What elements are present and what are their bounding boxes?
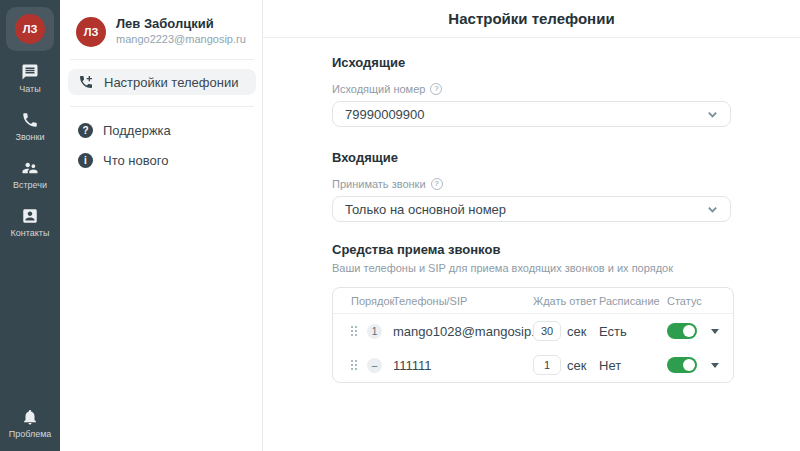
rail-nav: Чаты Звонки Встречи Контакты — [2, 61, 58, 240]
user-name: Лев Заболцкий — [116, 16, 246, 32]
rail-item-label: Встречи — [13, 180, 47, 190]
outgoing-number-select[interactable]: 79990009900 — [332, 101, 731, 127]
table-header-row: Порядок Телефоны/SIP Ждать ответ Расписа… — [333, 288, 733, 314]
contacts-icon — [21, 207, 39, 225]
seconds-unit-label: сек — [567, 324, 599, 339]
user-profile: ЛЗ Лев Заболцкий mango2223@mangosip.ru — [68, 10, 256, 59]
select-value: 79990009900 — [345, 107, 425, 122]
main-header: Настройки телефонии — [263, 0, 800, 38]
phone-add-icon — [78, 74, 94, 90]
menu-item-whats-new[interactable]: i Что нового — [68, 147, 256, 173]
page-title: Настройки телефонии — [448, 10, 614, 27]
schedule-cell: Нет — [599, 358, 667, 373]
table-row: 1 mango1028@mangosip.ru сек Есть — [333, 314, 733, 348]
receivers-section-heading: Средства приема звонков — [332, 242, 731, 257]
menu-item-support[interactable]: ? Поддержка — [68, 117, 256, 143]
chevron-down-icon — [707, 204, 718, 215]
info-icon: i — [78, 153, 93, 168]
user-email: mango2223@mangosip.ru — [116, 32, 246, 47]
app-window: ЛЗ Чаты Звонки Встречи Контакты Проблема — [0, 0, 800, 451]
status-toggle[interactable] — [667, 357, 697, 373]
column-header-status: Статус — [667, 295, 719, 307]
phone-cell: mango1028@mangosip.ru — [393, 324, 533, 339]
rail-item-label: Контакты — [11, 228, 50, 238]
row-expand-caret-icon[interactable] — [711, 329, 719, 334]
select-value: Только на основной номер — [345, 202, 506, 217]
question-icon: ? — [78, 123, 93, 138]
telephony-settings-form: Исходящие Исходящий номер ? 79990009900 … — [263, 38, 731, 383]
column-header-phone: Телефоны/SIP — [393, 295, 533, 307]
drag-handle-icon[interactable] — [351, 360, 359, 370]
outgoing-number-label: Исходящий номер ? — [332, 83, 731, 95]
rail-item-label: Звонки — [15, 132, 44, 142]
rail-profile-button[interactable]: ЛЗ — [6, 7, 54, 51]
rail-item-label: Чаты — [19, 84, 40, 94]
user-identity: Лев Заболцкий mango2223@mangosip.ru — [116, 16, 246, 47]
meetings-icon — [21, 159, 39, 177]
status-toggle[interactable] — [667, 323, 697, 339]
wait-seconds-input[interactable] — [533, 321, 561, 341]
accept-calls-select[interactable]: Только на основной номер — [332, 196, 731, 222]
rail-item-label: Проблема — [9, 429, 52, 439]
main-content: Настройки телефонии Исходящие Исходящий … — [263, 0, 800, 451]
incoming-section-heading: Входящие — [332, 150, 731, 165]
order-badge: – — [367, 358, 382, 373]
avatar: ЛЗ — [76, 17, 106, 47]
chat-icon — [21, 63, 39, 81]
menu-item-label: Поддержка — [103, 123, 171, 138]
field-label-text: Исходящий номер — [332, 83, 425, 95]
sidebar-item-contacts[interactable]: Контакты — [2, 205, 58, 240]
menu-item-label: Настройки телефонии — [104, 75, 238, 90]
toggle-knob — [683, 359, 695, 371]
seconds-unit-label: сек — [567, 358, 599, 373]
sidebar-item-problem[interactable]: Проблема — [2, 406, 58, 441]
field-label-text: Принимать звонки — [332, 178, 426, 190]
sidebar-item-meetings[interactable]: Встречи — [2, 157, 58, 192]
receivers-table: Порядок Телефоны/SIP Ждать ответ Расписа… — [332, 287, 734, 383]
phone-cell: 111111 — [393, 358, 533, 373]
outgoing-section-heading: Исходящие — [332, 55, 731, 70]
panel-menu: Настройки телефонии — [68, 60, 256, 106]
drag-handle-icon[interactable] — [351, 326, 359, 336]
toggle-knob — [683, 325, 695, 337]
settings-panel: ЛЗ Лев Заболцкий mango2223@mangosip.ru Н… — [60, 0, 262, 451]
avatar: ЛЗ — [15, 14, 45, 44]
order-badge: 1 — [367, 324, 382, 339]
bell-icon — [21, 408, 39, 426]
receivers-subtitle: Ваши телефоны и SIP для приема входящих … — [332, 262, 731, 274]
help-icon[interactable]: ? — [430, 83, 442, 95]
icon-rail: ЛЗ Чаты Звонки Встречи Контакты Проблема — [0, 0, 60, 451]
panel-menu-secondary: ? Поддержка i Что нового — [68, 107, 256, 173]
table-row: – 111111 сек Нет — [333, 348, 733, 382]
column-header-schedule: Расписание — [599, 295, 667, 307]
phone-icon — [21, 111, 39, 129]
accept-calls-label: Принимать звонки ? — [332, 178, 731, 190]
column-header-wait: Ждать ответ — [533, 295, 599, 307]
row-expand-caret-icon[interactable] — [711, 363, 719, 368]
column-header-order: Порядок — [351, 295, 393, 307]
chevron-down-icon — [707, 109, 718, 120]
menu-item-telephony-settings[interactable]: Настройки телефонии — [68, 69, 256, 95]
wait-seconds-input[interactable] — [533, 355, 561, 375]
help-icon[interactable]: ? — [431, 178, 443, 190]
schedule-cell: Есть — [599, 324, 667, 339]
sidebar-item-chats[interactable]: Чаты — [2, 61, 58, 96]
menu-item-label: Что нового — [103, 153, 168, 168]
sidebar-item-calls[interactable]: Звонки — [2, 109, 58, 144]
